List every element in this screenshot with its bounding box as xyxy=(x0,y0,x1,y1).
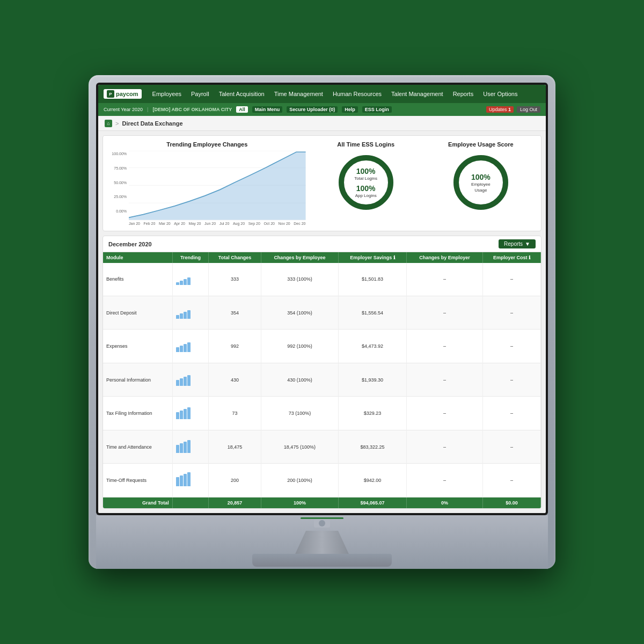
dropdown-arrow-icon: ▼ xyxy=(525,241,530,247)
breadcrumb: ⌂ > Direct Data Exchange xyxy=(98,116,546,131)
row-total: 200 xyxy=(209,464,261,497)
col-changes-by-employer: Changes by Employer xyxy=(407,252,483,263)
table-row: Benefits 333 333 (100%) $1,501.83 – – xyxy=(103,263,541,296)
row-trending xyxy=(172,430,208,464)
row-module: Time-Off Requests xyxy=(103,464,172,497)
row-changes-employer: – xyxy=(407,430,483,464)
table-period: December 2020 xyxy=(108,241,152,247)
nav-time-management[interactable]: Time Management xyxy=(270,89,327,99)
reports-button[interactable]: Reports ▼ xyxy=(499,239,536,248)
nav-user-options[interactable]: User Options xyxy=(479,89,522,99)
line-chart-wrap: 100.00% 75.00% 50.00% 25.00% 0.00% xyxy=(108,151,306,221)
row-changes-emp: 333 (100%) xyxy=(261,263,339,296)
toolbar-updates-badge[interactable]: Updates 1 xyxy=(486,106,514,113)
trending-chart: Trending Employee Changes 100.00% 75.00%… xyxy=(108,141,306,225)
table-header-row: December 2020 Reports ▼ xyxy=(103,236,541,252)
breadcrumb-current-page: Direct Data Exchange xyxy=(122,120,182,127)
footer-changes-emp: 100% xyxy=(261,497,339,509)
screen-bezel: P paycom Employees Payroll Talent Acquis… xyxy=(96,83,548,515)
toolbar-tab-secure[interactable]: Secure Uploader (0) xyxy=(287,106,338,113)
usage-chart-title: Employee Usage Score xyxy=(448,141,514,148)
footer-total: 20,857 xyxy=(209,497,261,509)
nav-employees[interactable]: Employees xyxy=(148,89,186,99)
row-changes-employer: – xyxy=(407,397,483,430)
row-changes-emp: 200 (100%) xyxy=(261,464,339,497)
row-changes-employer: – xyxy=(407,330,483,363)
row-trending xyxy=(172,464,208,497)
usage-score-chart: Employee Usage Score 100% Employee Usage xyxy=(426,141,536,225)
table-footer: Grand Total 20,857 100% $94,065.07 0% $0… xyxy=(103,497,541,509)
usage-donut-label: 100% Employee Usage xyxy=(466,172,495,193)
toolbar-tab-all[interactable]: All xyxy=(236,106,248,113)
monitor-base xyxy=(252,554,392,567)
row-trending xyxy=(172,296,208,330)
col-employer-cost: Employer Cost ℹ xyxy=(482,252,540,263)
charts-section: Trending Employee Changes 100.00% 75.00%… xyxy=(103,135,541,231)
table-row: Direct Deposit 354 354 (100%) $1,556.54 … xyxy=(103,296,541,330)
row-savings: $4,473.92 xyxy=(338,330,406,363)
table-row: Time-Off Requests 200 200 (100%) $942.00… xyxy=(103,464,541,497)
row-savings: $329.23 xyxy=(338,397,406,430)
trending-chart-title: Trending Employee Changes xyxy=(108,141,306,148)
toolbar-tab-help[interactable]: Help xyxy=(342,106,358,113)
footer-cost: $0.00 xyxy=(482,497,540,509)
app-content: Trending Employee Changes 100.00% 75.00%… xyxy=(98,131,546,513)
table-row: Personal Information 430 430 (100%) $1,9… xyxy=(103,363,541,397)
nav-payroll[interactable]: Payroll xyxy=(187,89,214,99)
nav-talent-acquisition[interactable]: Talent Acquisition xyxy=(215,89,269,99)
row-module: Time and Attendance xyxy=(103,430,172,464)
row-changes-emp: 73 (100%) xyxy=(261,397,339,430)
row-total: 430 xyxy=(209,363,261,397)
row-changes-employer: – xyxy=(407,296,483,330)
toolbar-logout-button[interactable]: Log Out xyxy=(517,106,540,113)
row-trending xyxy=(172,397,208,430)
row-trending xyxy=(172,330,208,363)
nav-human-resources[interactable]: Human Resources xyxy=(328,89,386,99)
row-savings: $83,322.25 xyxy=(338,430,406,464)
footer-changes-employer: 0% xyxy=(407,497,483,509)
logo-text: paycom xyxy=(116,91,138,97)
row-module: Expenses xyxy=(103,330,172,363)
col-employer-savings: Employer Savings ℹ xyxy=(338,252,406,263)
toolbar-year: Current Year 2020 xyxy=(104,107,143,112)
breadcrumb-separator: > xyxy=(115,120,119,127)
data-table-section: December 2020 Reports ▼ Module Trending … xyxy=(103,236,541,509)
toolbar-right: Updates 1 Log Out xyxy=(486,106,540,113)
row-changes-emp: 18,475 (100%) xyxy=(261,430,339,464)
col-changes-by-employee: Changes by Employee xyxy=(261,252,339,263)
row-changes-employer: – xyxy=(407,363,483,397)
ess-donut-label: 100% Total Logins 100% App Logins xyxy=(354,166,377,199)
col-total-changes: Total Changes xyxy=(209,252,261,263)
main-nav: P paycom Employees Payroll Talent Acquis… xyxy=(98,85,546,103)
row-cost: – xyxy=(482,263,540,296)
footer-savings: $94,065.07 xyxy=(338,497,406,509)
row-total: 73 xyxy=(209,397,261,430)
col-module: Module xyxy=(103,252,172,263)
nav-reports[interactable]: Reports xyxy=(449,89,478,99)
table-row: Tax Filing Information 73 73 (100%) $329… xyxy=(103,397,541,430)
y-axis: 100.00% 75.00% 50.00% 25.00% 0.00% xyxy=(108,151,129,221)
row-changes-employer: – xyxy=(407,464,483,497)
row-trending xyxy=(172,263,208,296)
row-module: Direct Deposit xyxy=(103,296,172,330)
toolbar-tab-main[interactable]: Main Menu xyxy=(252,106,283,113)
logo-icon: P xyxy=(107,90,114,98)
col-trending: Trending xyxy=(172,252,208,263)
row-cost: – xyxy=(482,397,540,430)
row-changes-emp: 992 (100%) xyxy=(261,330,339,363)
row-changes-employer: – xyxy=(407,263,483,296)
row-changes-emp: 430 (100%) xyxy=(261,363,339,397)
toolbar-tab-ess[interactable]: ESS Login xyxy=(362,106,392,113)
ess-chart-title: All Time ESS Logins xyxy=(337,141,394,148)
toolbar-company: [DEMO] ABC OF OKLAHOMA CITY xyxy=(152,107,232,112)
nav-talent-management[interactable]: Talent Management xyxy=(387,89,448,99)
footer-trending xyxy=(172,497,208,509)
monitor-shell: P paycom Employees Payroll Talent Acquis… xyxy=(89,75,555,569)
row-savings: $1,939.30 xyxy=(338,363,406,397)
table-row: Expenses 992 992 (100%) $4,473.92 – – xyxy=(103,330,541,363)
row-cost: – xyxy=(482,363,540,397)
row-total: 992 xyxy=(209,330,261,363)
row-trending xyxy=(172,363,208,397)
row-module: Benefits xyxy=(103,263,172,296)
home-icon[interactable]: ⌂ xyxy=(105,120,112,127)
